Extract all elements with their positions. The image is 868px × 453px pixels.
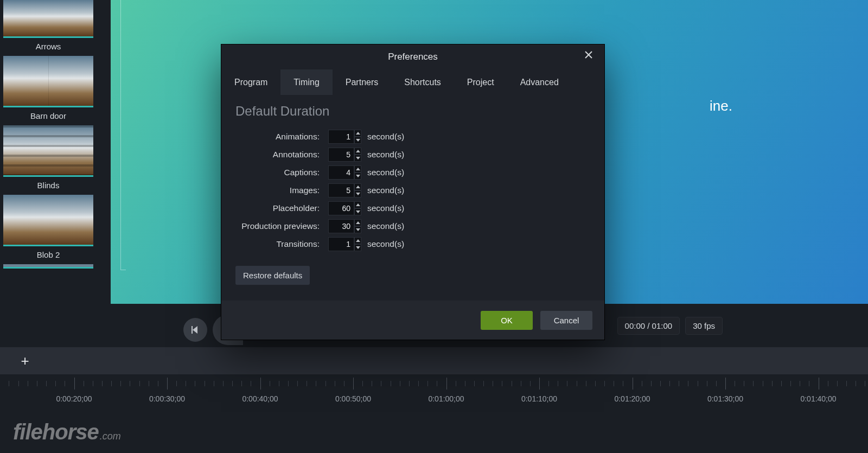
preferences-dialog: Preferences ProgramTimingPartnersShortcu… [221,44,604,340]
transition-item-blinds[interactable]: Blinds [3,125,93,195]
ruler-tick-major [539,378,540,390]
transition-item-arrows[interactable]: Arrows [3,0,93,56]
spin-up-button[interactable] [354,183,361,190]
ruler-tick-minor [326,381,326,386]
add-track-button[interactable]: + [17,353,33,369]
duration-input[interactable] [328,148,354,162]
tab-timing[interactable]: Timing [280,69,332,95]
tab-advanced[interactable]: Advanced [507,69,572,95]
timeline-toolstrip: + [0,347,868,374]
watermark-main: filehorse [13,420,99,444]
ruler-tick-minor [214,381,214,386]
ruler-tick-minor [474,381,475,386]
spinbox [328,237,361,251]
ok-button[interactable]: OK [481,311,533,330]
tab-program[interactable]: Program [221,69,280,95]
ruler-tick-minor [716,381,717,386]
spin-up-button[interactable] [354,148,361,155]
spin-down-button[interactable] [354,137,361,144]
field-label: Captions: [235,168,325,177]
ruler-label: 0:01:10;00 [521,394,557,403]
tab-partners[interactable]: Partners [333,69,391,95]
duration-input[interactable] [328,130,354,144]
unit-label: second(s) [367,168,404,177]
ruler-tick-minor [567,381,567,386]
ruler-tick-minor [679,381,679,386]
chevron-up-icon [356,150,360,152]
ruler-tick-minor [418,381,419,386]
field-label: Annotations: [235,150,325,159]
spin-down-button[interactable] [354,244,361,251]
dialog-close-button[interactable] [584,50,598,64]
duration-input[interactable] [328,219,354,233]
ruler-tick-major [260,378,261,390]
restore-defaults-button[interactable]: Restore defaults [235,266,310,285]
chevron-up-icon [356,186,360,188]
spin-up-button[interactable] [354,201,361,208]
tab-project[interactable]: Project [454,69,507,95]
ruler-tick-minor [102,381,103,386]
field-row: Images:second(s) [235,181,590,199]
chevron-down-icon [356,139,360,142]
ruler-tick-minor [512,381,512,386]
ruler-tick-minor [316,381,316,386]
spin-down-button[interactable] [354,173,361,180]
duration-input[interactable] [328,165,354,180]
preview-selection-bracket [120,0,126,270]
cancel-button[interactable]: Cancel [540,311,592,330]
unit-label: second(s) [367,186,404,195]
transition-item-next-sliver[interactable] [3,264,93,269]
ruler-tick-minor [800,381,800,386]
ruler-tick-minor [9,381,9,386]
ruler-tick-minor [55,381,56,386]
tab-shortcuts[interactable]: Shortcuts [391,69,454,95]
field-label: Production previews: [235,221,325,231]
spin-down-button[interactable] [354,208,361,215]
timeline-ruler[interactable] [0,374,868,394]
ruler-tick-minor [46,381,47,386]
ruler-tick-minor [391,381,391,386]
field-label: Animations: [235,132,325,142]
chevron-up-icon [356,203,360,206]
field-row: Captions:second(s) [235,163,590,181]
ruler-label: 0:00:50;00 [335,394,371,403]
time-position-chip[interactable]: 00:00 / 01:00 [617,317,680,335]
transition-label: Barn door [3,107,93,125]
ruler-tick-minor [251,381,251,386]
ruler-tick-minor [483,381,484,386]
watermark: filehorse.com [13,420,121,444]
spin-down-button[interactable] [354,190,361,197]
ruler-tick-minor [241,381,242,386]
transition-item-blob2[interactable]: Blob 2 [3,195,93,264]
ruler-tick-minor [400,381,400,386]
field-row: Animations:second(s) [235,127,590,145]
spin-up-button[interactable] [354,165,361,173]
spin-down-button[interactable] [354,155,361,162]
chevron-down-icon [356,175,360,177]
ruler-tick-major [633,378,633,390]
spinbox [328,183,361,197]
svg-rect-0 [192,326,193,334]
field-label: Images: [235,186,325,195]
ruler-tick-minor [669,381,670,386]
field-label: Transitions: [235,239,325,249]
transition-label: Arrows [3,38,93,56]
ruler-tick-minor [84,381,84,386]
ruler-tick-major [725,378,726,390]
transition-item-barndoor[interactable]: Barn door [3,56,93,125]
unit-label: second(s) [367,239,404,249]
step-back-button[interactable] [183,318,207,342]
duration-input[interactable] [328,201,354,215]
ruler-tick-minor [558,381,558,386]
ruler-tick-minor [660,381,661,386]
duration-input[interactable] [328,237,354,251]
spin-up-button[interactable] [354,237,361,244]
spin-up-button[interactable] [354,219,361,226]
fps-chip[interactable]: 30 fps [685,317,723,335]
spin-up-button[interactable] [354,130,361,137]
unit-label: second(s) [367,150,404,159]
ruler-tick-minor [809,381,809,386]
ruler-tick-minor [111,381,112,386]
spin-down-button[interactable] [354,226,361,233]
duration-input[interactable] [328,183,354,197]
